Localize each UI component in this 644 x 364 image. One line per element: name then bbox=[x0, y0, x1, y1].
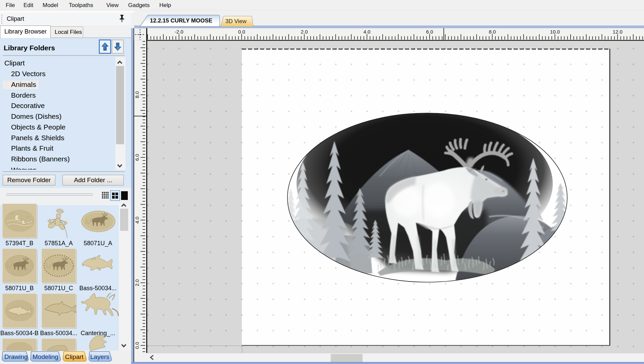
svg-text:58071U_C: 58071U_C bbox=[44, 285, 73, 292]
svg-text:Layers: Layers bbox=[90, 353, 109, 360]
svg-text:Clipart: Clipart bbox=[65, 353, 84, 360]
svg-text:4.0: 4.0 bbox=[134, 217, 140, 224]
svg-text:2.0: 2.0 bbox=[134, 279, 140, 286]
svg-text:6.0: 6.0 bbox=[134, 154, 140, 161]
svg-text:8.0: 8.0 bbox=[134, 91, 140, 98]
svg-text:Modeling: Modeling bbox=[33, 353, 58, 360]
svg-text:Bass-50034...: Bass-50034... bbox=[40, 330, 77, 336]
svg-text:58071U_A: 58071U_A bbox=[84, 240, 112, 247]
svg-text:58071U_B: 58071U_B bbox=[5, 285, 34, 292]
svg-text:0.0: 0.0 bbox=[134, 342, 140, 349]
svg-text:Drawing: Drawing bbox=[4, 353, 28, 360]
svg-text:12.2.15 CURLY MOOSE: 12.2.15 CURLY MOOSE bbox=[150, 17, 212, 24]
svg-text:57394T_B: 57394T_B bbox=[5, 240, 33, 247]
svg-text:Bass-50034-B: Bass-50034-B bbox=[0, 330, 39, 336]
svg-text:Bass-50034...: Bass-50034... bbox=[79, 285, 116, 292]
svg-text:57851A_A: 57851A_A bbox=[45, 240, 73, 247]
svg-text:Cantering_...: Cantering_... bbox=[80, 330, 115, 337]
svg-text:3D View: 3D View bbox=[225, 18, 247, 24]
